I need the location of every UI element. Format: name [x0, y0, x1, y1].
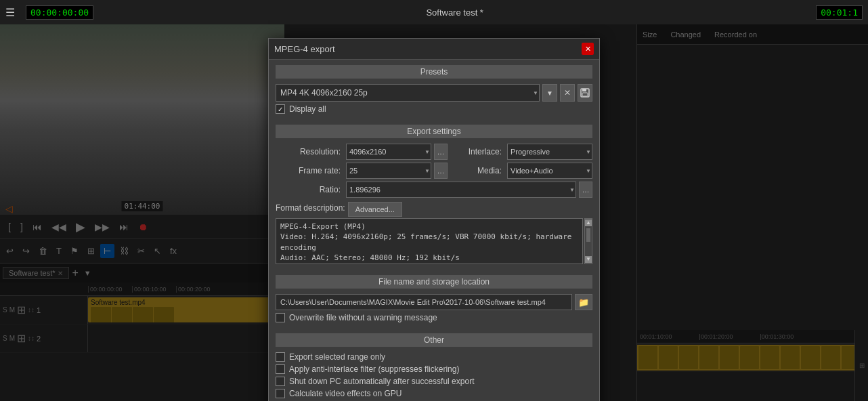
- anti-interlace-row: Apply anti-interlace filter (suppresses …: [276, 364, 592, 374]
- ratio-more-btn[interactable]: …: [579, 182, 592, 198]
- format-desc-area: MPEG-4-Export (MP4) Video: H.264; 4096x2…: [276, 218, 592, 264]
- export-selected-checkbox[interactable]: [276, 352, 285, 362]
- preset-select-wrapper: MP4 4K 4096x2160 25p: [276, 84, 540, 102]
- advanced-btn[interactable]: Advanced...: [348, 202, 402, 217]
- dialog-close-btn[interactable]: ✕: [582, 43, 594, 55]
- app-background: ☰ 00:00:00:00 Software test * 00:01:1 01…: [0, 0, 868, 401]
- display-all-row: Display all: [276, 104, 592, 114]
- project-title: Software test *: [104, 7, 805, 18]
- anti-interlace-checkbox[interactable]: [276, 364, 285, 374]
- gpu-checkbox[interactable]: [276, 389, 285, 398]
- top-bar: ☰ 00:00:00:00 Software test * 00:01:1: [0, 0, 868, 24]
- ratio-wrapper: 1.896296: [346, 182, 576, 198]
- preset-save-btn[interactable]: [578, 84, 592, 102]
- export-settings-header: Export settings: [276, 125, 592, 138]
- presets-section: Presets MP4 4K 4096x2160 25p ▼ ✕: [269, 60, 599, 119]
- shutdown-label: Shut down PC automatically after success…: [289, 377, 474, 386]
- overwrite-label: Overwrite file without a warning message: [289, 313, 437, 322]
- menu-icon[interactable]: ☰: [5, 6, 15, 19]
- interlace-label: Interlace:: [450, 147, 504, 156]
- interlace-select[interactable]: Progressive: [507, 144, 592, 160]
- dialog-title: MPEG-4 export: [274, 44, 335, 54]
- anti-interlace-label: Apply anti-interlace filter (suppresses …: [289, 364, 459, 374]
- svg-rect-1: [582, 89, 586, 91]
- main-area: 01:44:00 ◁ [ ] ⏮ ◀◀ ▶ ▶▶ ⏭ ⏺ ↩ ↪ 🗑 T ⚑: [0, 24, 868, 401]
- settings-grid: Resolution: 4096x2160 … Interlace:: [276, 144, 592, 179]
- shutdown-checkbox[interactable]: [276, 377, 285, 386]
- gpu-row: Calculate video effects on GPU: [276, 389, 592, 398]
- media-label: Media:: [450, 166, 504, 175]
- file-location-header: File name and storage location: [276, 275, 592, 289]
- svg-rect-2: [582, 93, 588, 96]
- framerate-select[interactable]: 25: [346, 163, 431, 179]
- ratio-select[interactable]: 1.896296: [346, 182, 576, 198]
- overwrite-row: Overwrite file without a warning message: [276, 313, 592, 322]
- scrollbar-thumb: [586, 228, 590, 242]
- preset-select[interactable]: MP4 4K 4096x2160 25p: [276, 84, 540, 102]
- presets-row: MP4 4K 4096x2160 25p ▼ ✕: [276, 84, 592, 102]
- resolution-label: Resolution:: [276, 147, 343, 156]
- filepath-input[interactable]: [276, 294, 572, 310]
- resolution-more-btn[interactable]: …: [434, 144, 448, 160]
- format-desc-row: Format description: Advanced...: [276, 202, 592, 217]
- resolution-select[interactable]: 4096x2160: [346, 144, 431, 160]
- format-desc-text[interactable]: MPEG-4-Export (MP4) Video: H.264; 4096x2…: [276, 218, 583, 264]
- export-selected-label: Export selected range only: [289, 352, 385, 362]
- other-header: Other: [276, 333, 592, 347]
- filepath-row: 📁: [276, 294, 592, 310]
- preset-delete-btn[interactable]: ✕: [560, 84, 575, 102]
- gpu-label: Calculate video effects on GPU: [289, 389, 402, 398]
- file-location-section: File name and storage location 📁 Overwri…: [269, 270, 599, 328]
- timecode-right: 00:01:1: [816, 5, 863, 20]
- resolution-group: 4096x2160: [346, 144, 431, 160]
- export-settings-section: Export settings Resolution: 4096x2160: [269, 119, 599, 270]
- frame-rate-label: Frame rate:: [276, 166, 343, 175]
- overwrite-checkbox[interactable]: [276, 313, 285, 322]
- framerate-group: 25: [346, 163, 431, 179]
- format-desc-scrollbar[interactable]: ▲ ▼: [584, 218, 592, 264]
- presets-header: Presets: [276, 65, 592, 79]
- filepath-browse-btn[interactable]: 📁: [575, 294, 592, 310]
- ratio-row: Ratio: 1.896296 …: [276, 182, 592, 198]
- preset-dropdown-btn[interactable]: ▼: [542, 84, 557, 102]
- display-all-checkbox[interactable]: [276, 104, 285, 114]
- display-all-label: Display all: [289, 104, 326, 114]
- resolution-wrapper: 4096x2160: [346, 144, 431, 160]
- dialog-overlay: MPEG-4 export ✕ Presets MP4 4K 4096x2160…: [0, 24, 868, 401]
- other-section: Other Export selected range only Apply a…: [269, 328, 599, 401]
- export-dialog: MPEG-4 export ✕ Presets MP4 4K 4096x2160…: [268, 38, 600, 401]
- interlace-wrapper: Progressive: [507, 144, 592, 160]
- save-icon: [580, 88, 590, 98]
- ratio-label: Ratio:: [276, 185, 343, 194]
- framerate-wrapper: 25: [346, 163, 431, 179]
- dialog-titlebar: MPEG-4 export ✕: [269, 39, 599, 60]
- media-select[interactable]: Video+Audio: [507, 163, 592, 179]
- framerate-more-btn[interactable]: …: [434, 163, 448, 179]
- shutdown-row: Shut down PC automatically after success…: [276, 377, 592, 386]
- format-desc-label: Format description:: [276, 202, 345, 213]
- export-selected-row: Export selected range only: [276, 352, 592, 362]
- media-wrapper: Video+Audio: [507, 163, 592, 179]
- timecode-left: 00:00:00:00: [26, 5, 93, 20]
